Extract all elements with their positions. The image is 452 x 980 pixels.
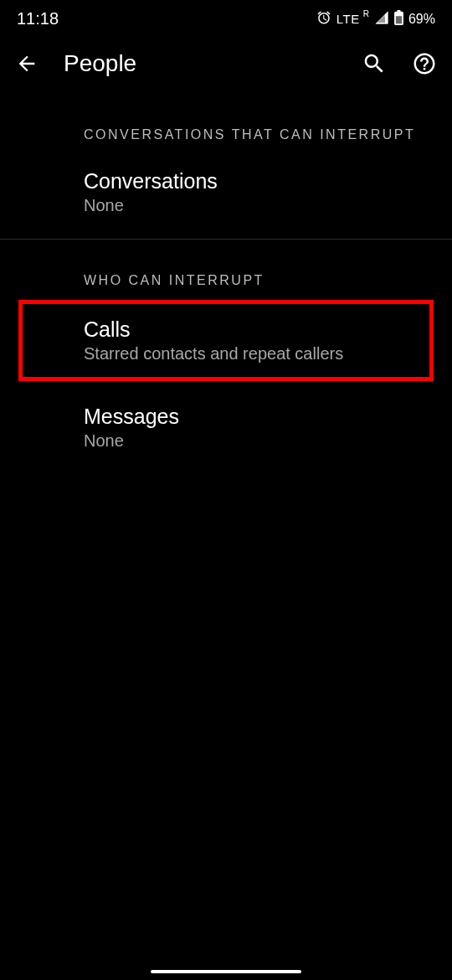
list-item-subtitle: Starred contacts and repeat callers	[84, 344, 413, 364]
page-title: People	[64, 50, 336, 77]
status-time: 11:18	[17, 9, 59, 28]
highlight-box: Calls Starred contacts and repeat caller…	[18, 300, 434, 381]
help-icon	[412, 51, 437, 76]
list-item-title: Messages	[84, 405, 435, 429]
section-header-conversations: CONVERSATIONS THAT CAN INTERRUPT	[0, 94, 452, 154]
messages-item[interactable]: Messages None	[0, 389, 452, 466]
list-item-subtitle: None	[84, 196, 435, 215]
alarm-icon	[316, 10, 331, 28]
app-bar: People	[0, 34, 452, 94]
app-bar-actions	[362, 51, 437, 76]
battery-percentage: 69%	[408, 12, 435, 27]
signal-icon	[374, 10, 389, 28]
list-item-subtitle: None	[84, 431, 435, 451]
roaming-indicator: R	[363, 9, 369, 18]
help-button[interactable]	[412, 51, 437, 76]
network-type: LTE	[336, 12, 360, 26]
section-header-who-can-interrupt: WHO CAN INTERRUPT	[0, 240, 452, 300]
navigation-indicator[interactable]	[151, 970, 301, 973]
conversations-item[interactable]: Conversations None	[0, 154, 452, 230]
search-button[interactable]	[362, 51, 387, 76]
search-icon	[362, 51, 387, 76]
back-button[interactable]	[15, 52, 39, 75]
arrow-back-icon	[15, 52, 39, 75]
battery-icon	[394, 10, 403, 28]
status-indicators: LTE R 69%	[316, 10, 435, 28]
list-item-title: Conversations	[84, 169, 435, 193]
status-bar: 11:18 LTE R 69%	[0, 0, 452, 34]
list-item-title: Calls	[84, 317, 413, 342]
calls-item[interactable]: Calls Starred contacts and repeat caller…	[23, 304, 429, 377]
